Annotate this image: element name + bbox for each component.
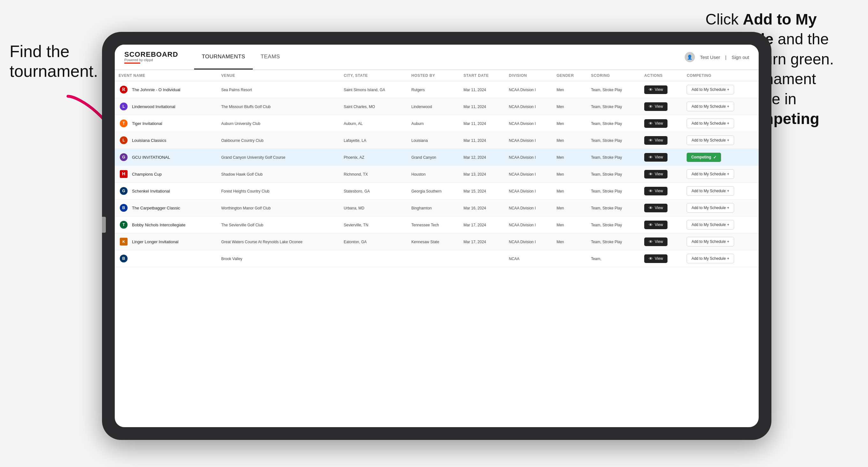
view-button[interactable]: 👁 View	[644, 86, 668, 94]
start-date-cell: Mar 17, 2024	[460, 234, 505, 250]
start-date-text: Mar 15, 2024	[464, 189, 486, 193]
add-schedule-button[interactable]: Add to My Schedule +	[687, 135, 734, 145]
add-schedule-label: Add to My Schedule	[691, 189, 725, 193]
city-text: Richmond, TX	[344, 172, 368, 177]
venue-cell: Worthington Manor Golf Club	[217, 199, 340, 216]
competing-button[interactable]: Competing ✓	[687, 153, 721, 162]
view-label: View	[655, 155, 663, 159]
team-logo: L	[119, 101, 129, 112]
view-button[interactable]: 👁 View	[644, 204, 668, 212]
team-logo: T	[119, 220, 129, 230]
add-schedule-button[interactable]: Add to My Schedule +	[687, 85, 734, 94]
gender-cell	[553, 250, 587, 267]
view-button[interactable]: 👁 View	[644, 153, 668, 162]
gender-cell: Men	[553, 115, 587, 132]
plus-icon: +	[727, 172, 729, 176]
team-logo: G	[119, 186, 129, 196]
gender-text: Men	[557, 138, 564, 143]
division-cell: NCAA Division I	[505, 166, 553, 183]
start-date-text: Mar 11, 2024	[464, 104, 486, 109]
add-schedule-button[interactable]: Add to My Schedule +	[687, 102, 734, 111]
city-cell: Eatonton, GA	[340, 234, 407, 250]
add-schedule-button[interactable]: Add to My Schedule +	[687, 254, 734, 263]
competing-cell: Add to My Schedule +	[683, 183, 759, 199]
event-name-text: The Carpetbagger Classic	[132, 206, 180, 210]
nav-tab-teams[interactable]: TEAMS	[253, 44, 287, 69]
plus-icon: +	[727, 189, 729, 193]
add-schedule-button[interactable]: Add to My Schedule +	[687, 203, 734, 213]
scoring-text: Team, Stroke Play	[591, 155, 622, 160]
hosted-by-cell	[407, 250, 460, 267]
start-date-cell: Mar 11, 2024	[460, 81, 505, 98]
view-label: View	[655, 222, 663, 227]
competing-label: Competing	[691, 155, 711, 159]
plus-icon: +	[727, 240, 729, 244]
add-schedule-button[interactable]: Add to My Schedule +	[687, 220, 734, 229]
competing-cell: Add to My Schedule +	[683, 199, 759, 216]
view-button[interactable]: 👁 View	[644, 170, 668, 179]
hosted-by-text: Louisiana	[411, 138, 428, 143]
actions-cell: 👁 View	[641, 166, 683, 183]
logo-sub: Powered by clippd	[124, 58, 178, 62]
city-cell: Lafayette, LA	[340, 132, 407, 149]
team-logo: T	[119, 118, 129, 128]
table-row: L Louisiana Classics Oakbourne Country C…	[115, 132, 759, 149]
table-row: H Champions Cup Shadow Hawk Golf ClubRic…	[115, 166, 759, 183]
start-date-text: Mar 13, 2024	[464, 172, 486, 177]
view-label: View	[655, 240, 663, 244]
start-date-cell: Mar 11, 2024	[460, 115, 505, 132]
eye-icon: 👁	[649, 222, 653, 227]
venue-cell: Sea Palms Resort	[217, 81, 340, 98]
start-date-cell	[460, 250, 505, 267]
scoring-text: Team, Stroke Play	[591, 172, 622, 177]
gender-text: Men	[557, 223, 564, 227]
event-name-cell: G GCU INVITATIONAL	[115, 149, 217, 166]
nav-tab-tournaments[interactable]: TOURNAMENTS	[194, 44, 253, 69]
scoring-text: Team, Stroke Play	[591, 104, 622, 109]
view-button[interactable]: 👁 View	[644, 119, 668, 128]
view-button[interactable]: 👁 View	[644, 102, 668, 111]
start-date-cell: Mar 13, 2024	[460, 166, 505, 183]
division-text: NCAA Division I	[509, 155, 536, 160]
add-schedule-button[interactable]: Add to My Schedule +	[687, 119, 734, 128]
city-cell	[340, 250, 407, 267]
view-button[interactable]: 👁 View	[644, 136, 668, 145]
sign-out-link[interactable]: Sign out	[732, 55, 749, 60]
plus-icon: +	[727, 222, 729, 227]
col-competing: COMPETING	[683, 70, 759, 81]
city-cell: Richmond, TX	[340, 166, 407, 183]
start-date-cell: Mar 11, 2024	[460, 132, 505, 149]
add-schedule-button[interactable]: Add to My Schedule +	[687, 237, 734, 246]
view-button[interactable]: 👁 View	[644, 221, 668, 229]
table-row: B Brook ValleyNCAATeam, 👁 View Add to My…	[115, 250, 759, 267]
eye-icon: 👁	[649, 121, 653, 126]
start-date-text: Mar 11, 2024	[464, 138, 486, 143]
start-date-cell: Mar 11, 2024	[460, 98, 505, 115]
add-schedule-button[interactable]: Add to My Schedule +	[687, 186, 734, 196]
division-text: NCAA Division I	[509, 223, 536, 227]
start-date-text: Mar 16, 2024	[464, 206, 486, 210]
division-text: NCAA Division I	[509, 189, 536, 193]
actions-cell: 👁 View	[641, 132, 683, 149]
svg-text:K: K	[122, 240, 125, 244]
col-actions: ACTIONS	[641, 70, 683, 81]
nav-right: 👤 Test User | Sign out	[685, 52, 749, 62]
view-label: View	[655, 256, 663, 261]
city-text: Eatonton, GA	[344, 240, 367, 244]
venue-text: Sea Palms Resort	[221, 88, 252, 92]
view-button[interactable]: 👁 View	[644, 254, 668, 263]
side-tab[interactable]	[102, 217, 106, 233]
add-schedule-button[interactable]: Add to My Schedule +	[687, 169, 734, 179]
team-logo: B	[119, 203, 129, 213]
view-button[interactable]: 👁 View	[644, 187, 668, 195]
svg-text:G: G	[122, 189, 125, 193]
plus-icon: +	[727, 206, 729, 210]
checkmark-icon: ✓	[713, 155, 717, 160]
add-schedule-label: Add to My Schedule	[691, 206, 725, 210]
add-schedule-label: Add to My Schedule	[691, 87, 725, 92]
actions-cell: 👁 View	[641, 98, 683, 115]
plus-icon: +	[727, 87, 729, 92]
view-button[interactable]: 👁 View	[644, 238, 668, 246]
hosted-by-text: Auburn	[411, 121, 424, 126]
competing-cell: Add to My Schedule +	[683, 216, 759, 234]
